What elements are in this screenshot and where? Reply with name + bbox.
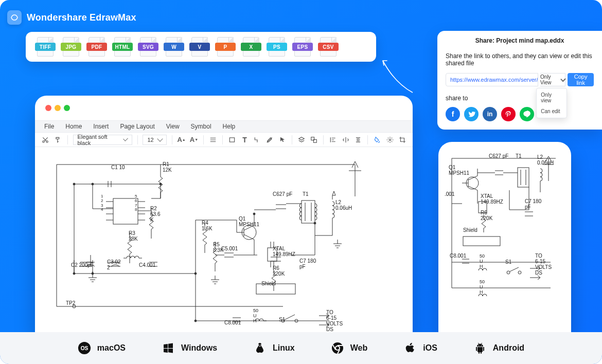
- circuit-label: TO 6-15 VOLTS DS: [326, 310, 343, 332]
- platform-label: macOS: [97, 343, 126, 353]
- svg-point-36: [478, 345, 479, 346]
- fill-icon[interactable]: [373, 134, 381, 145]
- circuit-diagram-mobile: [448, 154, 562, 324]
- export-format-html[interactable]: HTML: [114, 37, 131, 57]
- distribute-icon[interactable]: [354, 134, 362, 145]
- app-window: File Home Insert Page Layout View Symbol…: [35, 96, 413, 332]
- svg-point-37: [481, 345, 482, 346]
- menu-item[interactable]: Insert: [93, 123, 109, 130]
- share-permission-select[interactable]: Only View Only view Can edit: [540, 73, 565, 86]
- menu-item[interactable]: File: [44, 123, 54, 130]
- export-format-csv[interactable]: CSV: [320, 37, 337, 57]
- share-perm-option[interactable]: Can edit: [537, 106, 566, 117]
- paragraph-icon[interactable]: [209, 134, 217, 145]
- circuit-label: C627 pF: [273, 191, 292, 197]
- circuit-label: R6 220K: [481, 210, 492, 221]
- circuit-label: 50 U H: [480, 254, 485, 269]
- circuit-label: R2 63.6 K: [150, 206, 160, 223]
- circuit-label: R3 28K: [129, 230, 138, 242]
- platform-label: Windows: [181, 343, 217, 353]
- circuit-label: L2 0.06uH: [537, 154, 554, 166]
- svg-rect-6: [113, 198, 138, 224]
- share-perm-option[interactable]: Only view: [537, 89, 566, 106]
- circuit-label: .001: [445, 191, 454, 197]
- font-size-select[interactable]: 12: [143, 135, 166, 145]
- windows-icon: [162, 341, 175, 355]
- chrome-icon: [331, 341, 344, 355]
- circuit-label: R1 12K: [163, 161, 172, 173]
- export-format-ps[interactable]: PS: [269, 37, 285, 57]
- chevron-down-icon: [561, 76, 566, 82]
- export-format-w[interactable]: W: [166, 37, 182, 57]
- format-painter-icon[interactable]: [54, 134, 62, 145]
- svg-point-19: [194, 272, 197, 275]
- export-format-pdf[interactable]: PDF: [88, 37, 105, 57]
- circuit-label: C2 200pF: [71, 262, 94, 268]
- circuit-label: C3.02 2: [107, 259, 121, 270]
- crop-icon[interactable]: [398, 134, 406, 145]
- circuit-label: C8.001: [450, 253, 466, 259]
- font-family-select[interactable]: Elegant soft black: [73, 135, 132, 145]
- font-increase-icon[interactable]: A▲: [177, 134, 185, 145]
- group-icon[interactable]: [310, 134, 318, 145]
- platform-ios: iOS: [403, 341, 437, 355]
- pinterest-icon[interactable]: [501, 107, 516, 121]
- text-tool-icon[interactable]: T: [240, 134, 249, 145]
- cut-icon[interactable]: [41, 134, 49, 145]
- rectangle-tool-icon[interactable]: [228, 134, 236, 145]
- circuit-label: 50 U H: [480, 280, 485, 295]
- pen-tool-icon[interactable]: [265, 134, 274, 145]
- svg-point-0: [43, 140, 45, 142]
- share-description: Share the link to others, and they can v…: [446, 52, 594, 67]
- line-icon[interactable]: [520, 107, 534, 121]
- align-icon[interactable]: [329, 134, 337, 145]
- settings-icon[interactable]: [385, 134, 394, 145]
- menu-item[interactable]: Symbol: [191, 123, 211, 130]
- svg-point-5: [389, 139, 391, 141]
- share-permission-label: Only View: [540, 74, 559, 85]
- svg-rect-2: [230, 137, 235, 141]
- font-decrease-icon[interactable]: A▼: [190, 134, 198, 145]
- circuit-label: C627 pF: [489, 153, 508, 159]
- svg-text:OS: OS: [80, 345, 88, 351]
- linkedin-icon[interactable]: in: [483, 107, 497, 121]
- svg-point-35: [336, 347, 339, 350]
- export-format-eps[interactable]: EPS: [294, 37, 311, 57]
- share-permission-dropdown: Only view Can edit: [536, 88, 567, 118]
- platform-label: Web: [350, 343, 367, 353]
- svg-point-20: [253, 213, 255, 215]
- svg-point-1: [46, 140, 48, 142]
- svg-rect-9: [302, 201, 315, 223]
- circuit-label: S1: [279, 317, 285, 322]
- apple-icon: [403, 341, 417, 355]
- connector-tool-icon[interactable]: [253, 134, 261, 145]
- svg-point-14: [73, 183, 75, 185]
- export-format-v[interactable]: V: [191, 37, 208, 57]
- twitter-icon[interactable]: [464, 107, 479, 121]
- pointer-tool-icon[interactable]: [278, 134, 287, 145]
- svg-rect-24: [518, 168, 529, 187]
- menu-item[interactable]: Home: [65, 123, 82, 130]
- canvas[interactable]: C1 10 R1 12K R2 63.6 K R3 28K R4 1.6K R5…: [35, 147, 413, 332]
- layers-icon[interactable]: [297, 134, 306, 145]
- share-to-label: share to: [446, 95, 594, 102]
- export-format-p[interactable]: P: [217, 37, 234, 57]
- window-controls[interactable]: [45, 96, 70, 120]
- share-url-field[interactable]: https://www.edrawmax.com/server/public/.…: [446, 73, 538, 86]
- android-icon: [473, 341, 487, 355]
- circuit-label: C1 10: [111, 165, 125, 170]
- platform-android: Android: [473, 341, 524, 355]
- menu-item[interactable]: Page Layout: [120, 123, 154, 130]
- flip-icon[interactable]: [342, 134, 350, 145]
- export-format-svg[interactable]: SVG: [140, 37, 156, 57]
- export-format-jpg[interactable]: JPG: [63, 37, 79, 57]
- circuit-label: Q1 MPSH11: [449, 165, 469, 176]
- export-format-tiff[interactable]: TIFF: [37, 37, 54, 57]
- menu-item[interactable]: Help: [223, 123, 236, 130]
- facebook-icon[interactable]: f: [446, 107, 460, 121]
- copy-link-button[interactable]: Copy link: [568, 73, 594, 86]
- export-format-x[interactable]: X: [243, 37, 259, 57]
- platforms-bar: OS macOS Windows Linux Web iOS Android: [0, 332, 602, 364]
- menu-item[interactable]: View: [166, 123, 180, 130]
- circuit-label: C7 180 pF: [299, 258, 316, 269]
